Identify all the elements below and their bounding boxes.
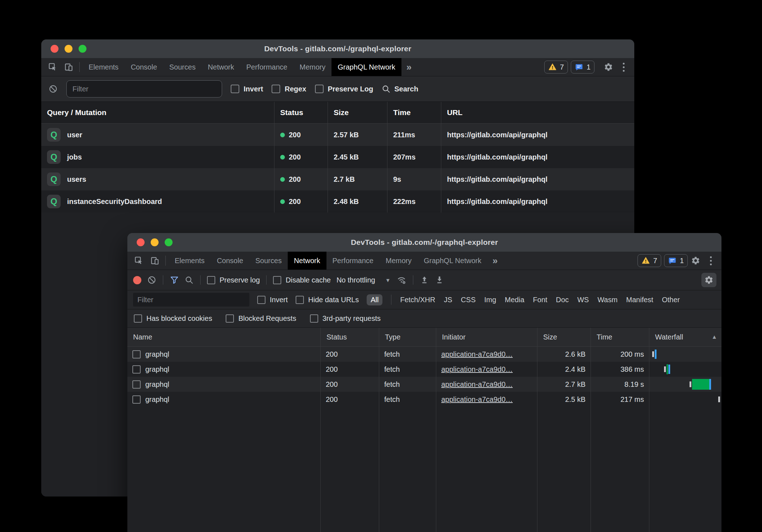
- col-status[interactable]: Status: [274, 102, 328, 123]
- warnings-badge[interactable]: 7: [544, 61, 568, 73]
- type-filter-wasm[interactable]: Wasm: [597, 296, 617, 304]
- issues-badge[interactable]: 1: [664, 254, 688, 267]
- type-filter-img[interactable]: Img: [484, 296, 496, 304]
- col-name[interactable]: Name: [127, 328, 321, 346]
- settings-gear-icon[interactable]: [601, 62, 616, 72]
- block-icon[interactable]: [48, 84, 58, 94]
- device-toolbar-icon[interactable]: [147, 252, 163, 270]
- preserve-log-checkbox[interactable]: [207, 276, 215, 284]
- settings-gear-icon[interactable]: [688, 256, 704, 265]
- titlebar[interactable]: DevTools - gitlab.com/-/graphql-explorer: [127, 233, 721, 252]
- type-filter-font[interactable]: Font: [533, 296, 547, 304]
- record-network-log-button[interactable]: [133, 276, 141, 284]
- table-row[interactable]: graphql 200 fetch application-a7ca9d0… 2…: [127, 347, 721, 362]
- col-url[interactable]: URL: [441, 102, 634, 123]
- third-party-requests-checkbox[interactable]: [310, 314, 318, 323]
- tab-memory[interactable]: Memory: [380, 252, 418, 270]
- type-filter-all[interactable]: All: [367, 294, 382, 305]
- table-row[interactable]: graphql 200 fetch application-a7ca9d0… 2…: [127, 377, 721, 392]
- tab-performance[interactable]: Performance: [326, 252, 380, 270]
- tab-network[interactable]: Network: [288, 252, 326, 270]
- invert-checkbox[interactable]: [231, 85, 239, 93]
- has-blocked-cookies-checkbox[interactable]: [134, 314, 142, 323]
- search-control[interactable]: Search: [382, 85, 418, 94]
- col-initiator[interactable]: Initiator: [436, 328, 537, 346]
- network-conditions-icon[interactable]: [396, 275, 406, 285]
- table-row[interactable]: graphql 200 fetch application-a7ca9d0… 2…: [127, 392, 721, 407]
- tab-performance[interactable]: Performance: [240, 58, 294, 76]
- col-time[interactable]: Time: [387, 102, 441, 123]
- table-row[interactable]: Q user 200 2.57 kB 211ms https://gitlab.…: [41, 124, 634, 146]
- col-waterfall[interactable]: Waterfall ▲: [649, 328, 721, 346]
- network-settings-button[interactable]: [701, 273, 716, 287]
- type-filter-other[interactable]: Other: [662, 296, 680, 304]
- more-tabs-icon[interactable]: »: [488, 252, 503, 270]
- col-size[interactable]: Size: [328, 102, 387, 123]
- inspect-element-icon[interactable]: [45, 58, 61, 76]
- minimize-window-button[interactable]: [151, 238, 159, 246]
- row-checkbox[interactable]: [132, 380, 141, 389]
- tab-graphql-network[interactable]: GraphQL Network: [331, 58, 401, 76]
- more-options-icon[interactable]: [704, 256, 718, 265]
- tab-elements[interactable]: Elements: [169, 252, 211, 270]
- type-filter-js[interactable]: JS: [444, 296, 452, 304]
- table-row[interactable]: Q instanceSecurityDashboard 200 2.48 kB …: [41, 190, 634, 213]
- throttling-dropdown[interactable]: No throttling ▼: [337, 276, 391, 284]
- col-size[interactable]: Size: [537, 328, 591, 346]
- minimize-window-button[interactable]: [65, 45, 72, 53]
- col-status[interactable]: Status: [321, 328, 379, 346]
- tab-sources[interactable]: Sources: [163, 58, 202, 76]
- export-har-icon[interactable]: [435, 275, 444, 285]
- regex-checkbox[interactable]: [272, 85, 280, 93]
- zoom-window-button[interactable]: [165, 238, 173, 246]
- filter-input[interactable]: [66, 80, 222, 98]
- type-filter-media[interactable]: Media: [505, 296, 524, 304]
- initiator-link[interactable]: application-a7ca9d0…: [441, 365, 513, 374]
- import-har-icon[interactable]: [420, 275, 429, 285]
- type-filter-doc[interactable]: Doc: [556, 296, 569, 304]
- warnings-badge[interactable]: 7: [638, 254, 661, 267]
- table-row[interactable]: graphql 200 fetch application-a7ca9d0… 2…: [127, 362, 721, 377]
- device-toolbar-icon[interactable]: [61, 58, 76, 76]
- more-options-icon[interactable]: [616, 63, 631, 72]
- filter-funnel-icon[interactable]: [170, 275, 179, 285]
- more-tabs-icon[interactable]: »: [401, 58, 417, 76]
- type-filter-fetch-xhr[interactable]: Fetch/XHR: [400, 296, 435, 304]
- query-badge: Q: [47, 172, 61, 186]
- type-filter-css[interactable]: CSS: [461, 296, 476, 304]
- initiator-link[interactable]: application-a7ca9d0…: [441, 350, 513, 358]
- filter-input[interactable]: [133, 293, 249, 307]
- tab-console[interactable]: Console: [211, 252, 249, 270]
- tab-console[interactable]: Console: [124, 58, 163, 76]
- clear-network-log-icon[interactable]: [147, 275, 156, 285]
- initiator-link[interactable]: application-a7ca9d0…: [441, 395, 513, 404]
- close-window-button[interactable]: [137, 238, 145, 246]
- close-window-button[interactable]: [51, 45, 58, 53]
- tab-sources[interactable]: Sources: [249, 252, 288, 270]
- titlebar[interactable]: DevTools - gitlab.com/-/graphql-explorer: [41, 39, 634, 58]
- issues-badge[interactable]: 1: [571, 61, 594, 73]
- invert-checkbox[interactable]: [257, 296, 265, 304]
- hide-data-urls-checkbox[interactable]: [296, 296, 304, 304]
- col-time[interactable]: Time: [591, 328, 649, 346]
- blocked-requests-checkbox[interactable]: [226, 314, 234, 323]
- tab-memory[interactable]: Memory: [293, 58, 331, 76]
- row-checkbox[interactable]: [132, 395, 141, 404]
- search-icon[interactable]: [185, 276, 194, 285]
- row-checkbox[interactable]: [132, 350, 141, 358]
- type-filter-manifest[interactable]: Manifest: [626, 296, 653, 304]
- preserve-log-checkbox[interactable]: [315, 85, 324, 93]
- type-filter-ws[interactable]: WS: [577, 296, 589, 304]
- table-row[interactable]: Q users 200 2.7 kB 9s https://gitlab.com…: [41, 168, 634, 190]
- table-row[interactable]: Q jobs 200 2.45 kB 207ms https://gitlab.…: [41, 146, 634, 168]
- tab-elements[interactable]: Elements: [83, 58, 124, 76]
- row-checkbox[interactable]: [132, 365, 141, 374]
- col-query-mutation[interactable]: Query / Mutation: [41, 102, 274, 123]
- inspect-element-icon[interactable]: [131, 252, 147, 270]
- tab-graphql-network[interactable]: GraphQL Network: [418, 252, 487, 270]
- zoom-window-button[interactable]: [79, 45, 86, 53]
- disable-cache-checkbox[interactable]: [273, 276, 281, 284]
- tab-network[interactable]: Network: [202, 58, 240, 76]
- col-type[interactable]: Type: [379, 328, 436, 346]
- initiator-link[interactable]: application-a7ca9d0…: [441, 380, 513, 389]
